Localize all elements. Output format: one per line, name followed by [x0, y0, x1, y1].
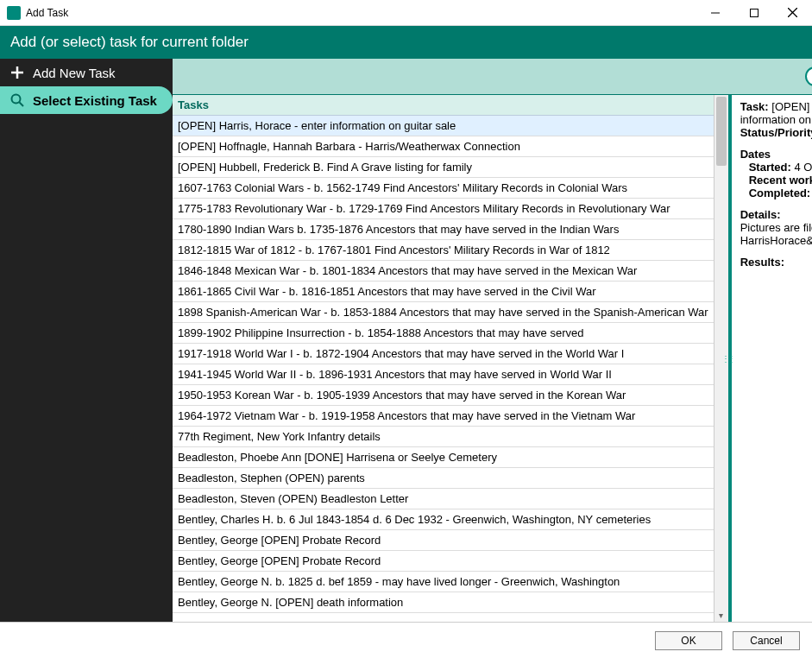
status-label: Status/Priority: — [740, 126, 812, 139]
maximize-button[interactable] — [734, 0, 773, 26]
cancel-button[interactable]: Cancel — [733, 631, 800, 650]
task-detail-panel: Task: [OPEN] Harris, Horace - enter info… — [732, 95, 812, 622]
dialog-header: Add (or select) task for current folder — [0, 26, 812, 59]
plus-icon — [9, 65, 26, 80]
completed-label: Completed: — [749, 187, 811, 199]
task-row[interactable]: [OPEN] Harris, Horace - enter informatio… — [173, 116, 714, 136]
details-label: Details: — [740, 208, 812, 221]
minimize-button[interactable] — [696, 0, 734, 26]
close-button[interactable] — [773, 0, 812, 26]
ok-button[interactable]: OK — [655, 631, 722, 650]
task-row[interactable]: Beadleston, Phoebe Ann [DONE] Harrisena … — [173, 447, 714, 468]
close-icon — [788, 8, 797, 17]
task-row[interactable]: Bentley, George N. [OPEN] death informat… — [173, 592, 714, 613]
sidebar: Add New Task Select Existing Task — [0, 59, 173, 622]
task-row[interactable]: 77th Regiment, New York Infantry details — [173, 427, 714, 447]
scroll-down-arrow[interactable]: ▾ — [714, 608, 728, 622]
dates-heading: Dates — [740, 148, 812, 161]
recent-work-label: Recent work: — [749, 174, 812, 187]
dialog-header-text: Add (or select) task for current folder — [10, 34, 249, 51]
search-bar — [173, 59, 812, 95]
app-icon — [7, 6, 21, 20]
search-box[interactable] — [805, 66, 812, 86]
task-row[interactable]: Bentley, Charles H. b. 6 Jul 1843-1854 d… — [173, 509, 714, 530]
task-row[interactable]: 1812-1815 War of 1812 - b. 1767-1801 Fin… — [173, 240, 714, 261]
svg-point-1 — [12, 95, 21, 104]
task-row[interactable]: [OPEN] Hubbell, Frederick B. Find A Grav… — [173, 157, 714, 178]
svg-rect-0 — [750, 9, 758, 16]
started-value: 4 October 2011 — [794, 161, 812, 174]
split-panels: Tasks [OPEN] Harris, Horace - enter info… — [173, 95, 812, 622]
sidebar-item-select-existing-task[interactable]: Select Existing Task — [0, 86, 173, 114]
task-row[interactable]: 1607-1763 Colonial Wars - b. 1562-1749 F… — [173, 178, 714, 199]
window-title: Add Task — [26, 7, 68, 19]
title-bar: Add Task — [0, 0, 812, 26]
sidebar-item-label: Add New Task — [33, 66, 116, 80]
task-row[interactable]: Beadleston, Stephen (OPEN) parents — [173, 468, 714, 489]
sidebar-item-add-new-task[interactable]: Add New Task — [0, 59, 173, 86]
details-value: Pictures are filed under HarrisHorace&Ar… — [740, 221, 812, 247]
tasks-column-header[interactable]: Tasks — [173, 95, 714, 116]
magnifier-icon — [9, 92, 26, 108]
maximize-icon — [750, 9, 758, 17]
started-label: Started: — [749, 161, 791, 174]
task-row[interactable]: 1898 Spanish-American War - b. 1853-1884… — [173, 302, 714, 323]
task-row[interactable]: Bentley, George N. b. 1825 d. bef 1859 -… — [173, 572, 714, 592]
task-label: Task: — [740, 100, 769, 113]
task-row[interactable]: 1950-1953 Korean War - b. 1905-1939 Ance… — [173, 385, 714, 406]
scroll-thumb[interactable] — [716, 97, 727, 166]
sidebar-item-label: Select Existing Task — [33, 93, 157, 108]
task-row[interactable]: 1917-1918 World War I - b. 1872-1904 Anc… — [173, 344, 714, 364]
task-row[interactable]: 1861-1865 Civil War - b. 1816-1851 Ances… — [173, 282, 714, 302]
task-list-panel: Tasks [OPEN] Harris, Horace - enter info… — [173, 95, 732, 622]
task-row[interactable]: 1964-1972 Vietnam War - b. 1919-1958 Anc… — [173, 406, 714, 427]
task-row[interactable]: Bentley, George [OPEN] Probate Record — [173, 530, 714, 551]
task-row[interactable]: Beadleston, Steven (OPEN) Beadleston Let… — [173, 489, 714, 509]
task-list: [OPEN] Harris, Horace - enter informatio… — [173, 116, 714, 613]
splitter-handle[interactable]: ⋮⋮ — [721, 354, 733, 364]
content-area: Add New Task Select Existing Task Tasks … — [0, 59, 812, 622]
task-row[interactable]: 1899-1902 Philippine Insurrection - b. 1… — [173, 323, 714, 344]
task-row[interactable]: 1775-1783 Revolutionary War - b. 1729-17… — [173, 199, 714, 219]
task-row[interactable]: [OPEN] Hoffnagle, Hannah Barbara - Harri… — [173, 136, 714, 157]
task-row[interactable]: Bentley, George [OPEN] Probate Record — [173, 551, 714, 572]
task-row[interactable]: 1846-1848 Mexican War - b. 1801-1834 Anc… — [173, 261, 714, 282]
results-label: Results: — [740, 256, 784, 269]
minimize-icon — [711, 9, 720, 17]
task-row[interactable]: 1941-1945 World War II - b. 1896-1931 An… — [173, 364, 714, 385]
dialog-footer: OK Cancel — [0, 622, 812, 658]
task-row[interactable]: 1780-1890 Indian Wars b. 1735-1876 Ances… — [173, 219, 714, 240]
main-panel: Tasks [OPEN] Harris, Horace - enter info… — [173, 59, 812, 622]
